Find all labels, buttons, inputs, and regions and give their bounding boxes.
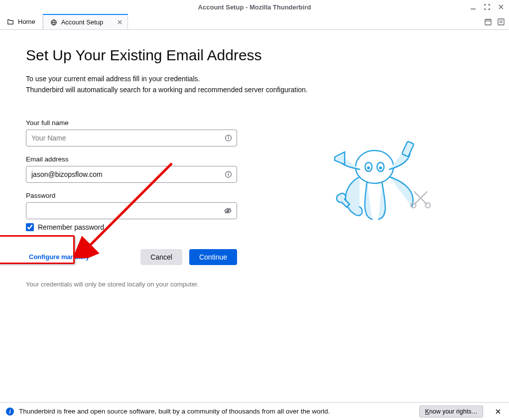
info-icon: i bbox=[6, 408, 14, 416]
maximize-icon[interactable] bbox=[484, 4, 491, 10]
button-row: Configure manually Cancel Continue bbox=[26, 248, 237, 266]
setup-form: Your full name Email address Password Re… bbox=[26, 119, 237, 231]
rights-btn-rest: now your rights… bbox=[429, 408, 478, 415]
remember-row: Remember password bbox=[26, 223, 237, 231]
calendar-icon[interactable] bbox=[484, 18, 492, 26]
subtitle-line2: Thunderbird will automatically search fo… bbox=[26, 86, 308, 94]
window-controls bbox=[470, 0, 505, 14]
tab-home[interactable]: Home bbox=[0, 14, 43, 29]
svg-point-27 bbox=[367, 166, 370, 169]
subtitle-line1: To use your current email address fill i… bbox=[26, 75, 200, 83]
know-your-rights-button[interactable]: Know your rights… bbox=[419, 406, 483, 418]
continue-button[interactable]: Continue bbox=[189, 249, 237, 265]
email-input[interactable] bbox=[26, 166, 237, 183]
info-icon[interactable] bbox=[225, 171, 232, 178]
close-icon[interactable] bbox=[498, 4, 505, 10]
notification-close-icon[interactable] bbox=[493, 409, 503, 415]
remember-checkbox[interactable] bbox=[26, 223, 34, 231]
svg-point-28 bbox=[379, 166, 382, 169]
page-title: Set Up Your Existing Email Address bbox=[26, 47, 483, 64]
privacy-note: Your credentials will only be stored loc… bbox=[26, 280, 483, 288]
window-title: Account Setup - Mozilla Thunderbird bbox=[198, 3, 311, 11]
tab-account-setup[interactable]: Account Setup bbox=[43, 14, 128, 29]
configure-manually-link[interactable]: Configure manually bbox=[26, 248, 92, 266]
window-titlebar: Account Setup - Mozilla Thunderbird bbox=[0, 0, 509, 14]
content-area: Set Up Your Existing Email Address To us… bbox=[0, 30, 509, 288]
tab-setup-label: Account Setup bbox=[61, 18, 104, 26]
eye-off-icon[interactable] bbox=[224, 207, 232, 215]
svg-point-19 bbox=[228, 173, 229, 174]
svg-rect-8 bbox=[485, 19, 491, 25]
notification-text: Thunderbird is free and open source soft… bbox=[19, 408, 330, 415]
svg-rect-12 bbox=[498, 19, 504, 25]
tab-close-icon[interactable] bbox=[117, 19, 123, 25]
tab-home-label: Home bbox=[18, 18, 35, 25]
tabbar: Home Account Setup bbox=[0, 14, 509, 30]
remember-label: Remember password bbox=[38, 223, 104, 231]
info-icon[interactable] bbox=[225, 135, 232, 142]
cancel-button[interactable]: Cancel bbox=[140, 249, 182, 265]
tasks-icon[interactable] bbox=[497, 18, 505, 26]
svg-point-33 bbox=[425, 203, 430, 208]
svg-point-16 bbox=[228, 137, 229, 138]
name-label: Your full name bbox=[26, 119, 237, 127]
tabbar-right bbox=[484, 14, 505, 30]
svg-rect-29 bbox=[402, 141, 414, 156]
password-input[interactable] bbox=[26, 202, 237, 219]
name-input[interactable] bbox=[26, 130, 237, 146]
octopus-illustration bbox=[325, 140, 434, 229]
svg-point-24 bbox=[356, 150, 393, 183]
minimize-icon[interactable] bbox=[470, 4, 477, 10]
notification-bar: i Thunderbird is free and open source so… bbox=[0, 402, 509, 420]
globe-icon bbox=[50, 19, 57, 26]
password-label: Password bbox=[26, 192, 237, 199]
email-label: Email address bbox=[26, 155, 237, 163]
folder-icon bbox=[7, 18, 14, 25]
page-subtitle: To use your current email address fill i… bbox=[26, 74, 483, 95]
